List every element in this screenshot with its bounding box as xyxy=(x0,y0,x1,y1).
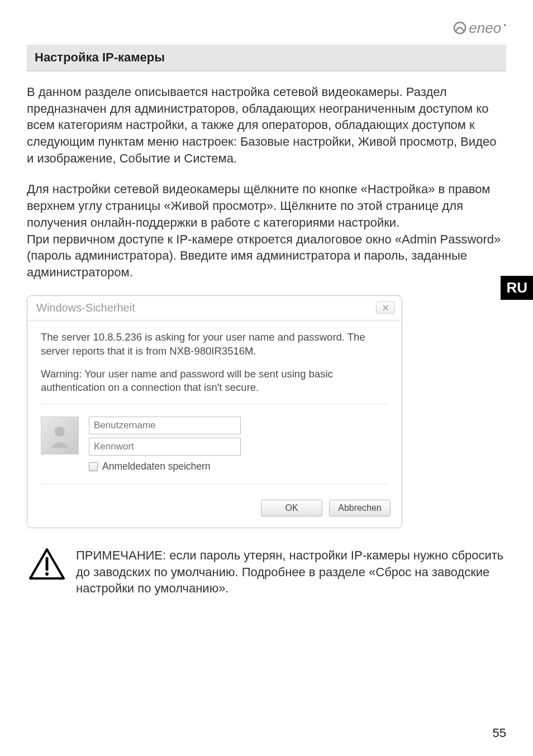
logo-text: eneo xyxy=(469,20,501,37)
logo-mark-icon xyxy=(453,21,467,35)
intro-paragraph-1: В данном разделе описывается настройка с… xyxy=(27,84,506,166)
cancel-button-label: Abbrechen xyxy=(338,503,381,513)
username-input[interactable] xyxy=(89,417,241,434)
remember-label: Anmeldedaten speichern xyxy=(102,460,211,473)
intro-paragraph-2: Для настройки сетевой видеокамеры щёлкни… xyxy=(27,181,506,280)
dialog-titlebar: Windows-Sicherheit xyxy=(27,296,402,320)
dialog-title: Windows-Sicherheit xyxy=(36,302,135,314)
note-text: ПРИМЕЧАНИЕ: если пароль утерян, настройк… xyxy=(76,547,504,597)
dialog-message-2: Warning: Your user name and password wil… xyxy=(41,367,388,395)
ok-button-label: OK xyxy=(285,503,298,513)
user-avatar-icon xyxy=(41,417,79,454)
password-input[interactable] xyxy=(89,438,241,456)
logo-dot: • xyxy=(503,21,506,30)
svg-point-4 xyxy=(45,572,49,576)
dialog-message-1: The server 10.8.5.236 is asking for your… xyxy=(41,331,388,358)
cancel-button[interactable]: Abbrechen xyxy=(329,500,391,516)
header-row: eneo • xyxy=(27,16,506,40)
remember-checkbox[interactable] xyxy=(89,462,98,471)
remember-row: Anmeldedaten speichern xyxy=(89,460,241,473)
page-number: 55 xyxy=(493,726,506,740)
dialog-button-row: OK Abbrechen xyxy=(27,491,402,528)
auth-dialog: Windows-Sicherheit The server 10.8.5.236… xyxy=(27,295,402,529)
dialog-body: The server 10.8.5.236 is asking for your… xyxy=(27,320,402,491)
close-button[interactable] xyxy=(376,302,395,314)
warning-icon xyxy=(29,548,65,580)
svg-point-1 xyxy=(55,427,65,437)
credential-fields: Anmeldedaten speichern xyxy=(89,417,241,473)
close-icon xyxy=(382,303,389,313)
brand-logo: eneo • xyxy=(453,20,506,37)
note-row: ПРИМЕЧАНИЕ: если пароль утерян, настройк… xyxy=(27,547,506,597)
ok-button[interactable]: OK xyxy=(261,500,322,516)
language-tab: RU xyxy=(501,276,533,300)
credentials-row: Anmeldedaten speichern xyxy=(41,404,388,484)
section-title: Настройка IP-камеры xyxy=(27,45,506,71)
